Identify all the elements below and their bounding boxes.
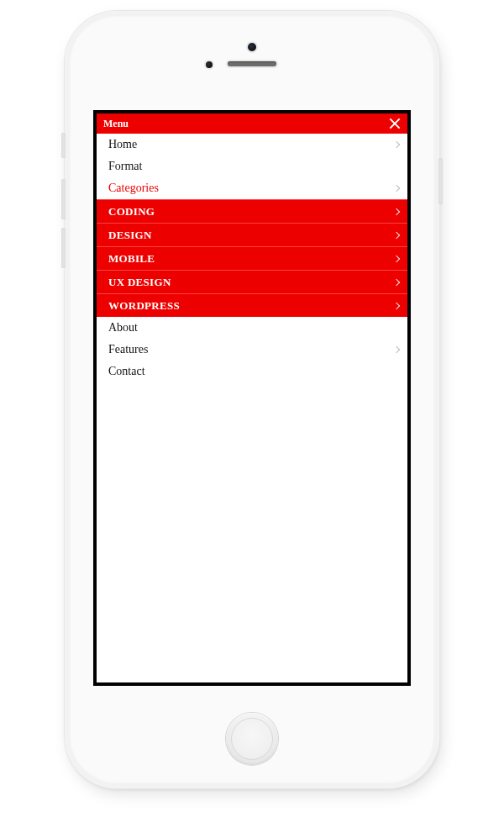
phone-frame: Menu HomeFormatCategoriesCODINGDESIGNMOB… [65,11,439,788]
menu-list: HomeFormatCategoriesCODINGDESIGNMOBILEUX… [97,134,407,382]
menu-item-format[interactable]: Format [97,155,407,177]
chevron-right-icon [393,302,400,308]
proximity-sensor-icon [206,61,213,68]
menu-header: Menu [97,113,407,134]
submenu-item-mobile[interactable]: MOBILE [97,246,407,270]
chevron-right-icon [393,185,400,192]
menu-title: Menu [103,118,389,130]
close-icon[interactable] [389,118,401,129]
menu-item-label: Contact [108,365,399,378]
menu-item-label: Categories [108,182,394,195]
submenu-item-label: DESIGN [108,229,394,242]
menu-item-about[interactable]: About [97,317,407,339]
chevron-right-icon [393,208,400,214]
mute-switch[interactable] [61,133,66,158]
submenu-item-label: MOBILE [108,252,394,266]
home-button[interactable] [226,713,278,765]
menu-item-features[interactable]: Features [97,339,407,361]
power-button[interactable] [438,158,443,204]
submenu-item-wordpress[interactable]: WORDPRESS [97,293,407,317]
menu-item-label: About [108,321,399,335]
volume-up[interactable] [61,179,66,219]
menu-item-label: Features [108,343,394,356]
menu-item-label: Format [108,160,399,173]
submenu-item-label: UX DESIGN [108,276,394,289]
chevron-right-icon [393,141,400,148]
menu-item-home[interactable]: Home [97,134,407,155]
chevron-right-icon [393,278,400,285]
speaker-grille [228,61,276,66]
submenu-item-coding[interactable]: CODING [97,199,407,223]
phone-body: Menu HomeFormatCategoriesCODINGDESIGNMOB… [70,16,434,783]
menu-item-label: Home [108,138,394,151]
chevron-right-icon [393,255,400,261]
menu-item-contact[interactable]: Contact [97,361,407,382]
menu-item-categories[interactable]: Categories [97,177,407,199]
submenu-item-label: WORDPRESS [108,299,394,313]
submenu-item-ux-design[interactable]: UX DESIGN [97,270,407,293]
screen: Menu HomeFormatCategoriesCODINGDESIGNMOB… [93,110,411,686]
chevron-right-icon [393,231,400,238]
front-camera-icon [248,43,256,51]
submenu-item-label: CODING [108,205,394,219]
submenu-item-design[interactable]: DESIGN [97,223,407,246]
chevron-right-icon [393,346,400,353]
volume-down[interactable] [61,228,66,268]
